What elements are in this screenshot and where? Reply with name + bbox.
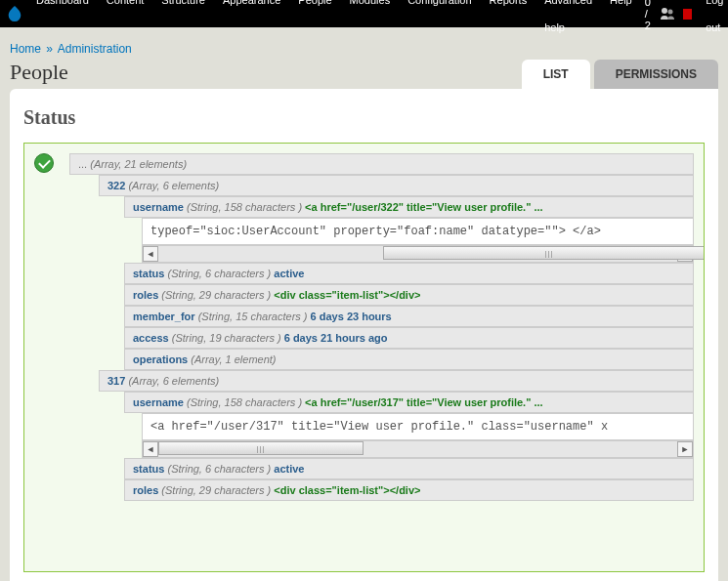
page-header: People LIST PERMISSIONS [0,60,728,89]
section-title: Status [23,106,705,129]
krumo-item-317[interactable]: 317 (Array, 6 elements) [99,370,694,392]
krumo-317-username-scrollbar[interactable]: ◄ ||| ► [142,440,694,458]
scroll-thumb[interactable]: ||| [383,246,705,260]
logout-link[interactable]: Log out [698,0,728,41]
scroll-track[interactable]: ||| [158,441,677,457]
users-icon[interactable] [660,7,675,21]
admin-toolbar: Dashboard Content Structure Appearance P… [0,0,728,27]
toolbar-item-appearance[interactable]: Appearance [214,0,289,41]
drupal-logo-icon[interactable] [6,4,23,23]
krumo-root[interactable]: ... (Array, 21 elements) [69,153,694,175]
online-user-count: 0 / 2 [641,0,661,31]
krumo-317-username-code: <a href="/user/317" title="View user pro… [142,413,694,440]
breadcrumb-separator: » [44,42,55,56]
toolbar-item-configuration[interactable]: Configuration [399,0,480,41]
krumo-322-operations[interactable]: operations (Array, 1 element) [124,349,694,370]
krumo-317-status[interactable]: status (String, 6 characters ) active [124,458,694,479]
toolbar-right: 0 / 2 Log out [641,0,728,41]
toolbar-item-advanced-help[interactable]: Advanced help [535,0,601,41]
primary-tabs: LIST PERMISSIONS [518,60,718,89]
krumo-322-member-for[interactable]: member_for (String, 15 characters ) 6 da… [124,306,694,327]
krumo-322-access[interactable]: access (String, 19 characters ) 6 days 2… [124,327,694,349]
toolbar-item-structure[interactable]: Structure [152,0,214,41]
status-message-box: ... (Array, 21 elements) 322 (Array, 6 e… [23,143,705,572]
krumo-322-username-code: typeof="sioc:UserAccount" property="foaf… [142,218,694,245]
toolbar-item-modules[interactable]: Modules [341,0,400,41]
toolbar-item-reports[interactable]: Reports [481,0,536,41]
content-region: Status ... (Array, 21 elements) 322 (Arr… [10,89,718,581]
krumo-317-username[interactable]: username (String, 158 characters ) <a hr… [124,392,694,413]
toolbar-item-people[interactable]: People [289,0,340,41]
krumo-item-322[interactable]: 322 (Array, 6 elements) [99,175,694,196]
krumo-322-username-scrollbar[interactable]: ◄ ||| ► [142,245,694,263]
krumo-317-roles[interactable]: roles (String, 29 characters ) <div clas… [124,479,694,501]
toolbar-item-content[interactable]: Content [98,0,153,41]
svg-point-1 [668,10,673,15]
success-check-icon [34,153,54,173]
krumo-dump: ... (Array, 21 elements) 322 (Array, 6 e… [69,153,694,501]
flag-icon[interactable] [683,9,692,20]
krumo-322-username[interactable]: username (String, 158 characters ) <a hr… [124,196,694,218]
scroll-track[interactable]: ||| [158,246,677,262]
krumo-322-roles[interactable]: roles (String, 29 characters ) <div clas… [124,284,694,306]
breadcrumb-admin[interactable]: Administration [58,42,132,56]
tab-list[interactable]: LIST [522,60,590,89]
scroll-thumb[interactable]: ||| [158,441,364,455]
page-title: People [10,60,518,89]
scroll-left-arrow-icon[interactable]: ◄ [143,441,158,457]
breadcrumb-home[interactable]: Home [10,42,41,56]
scroll-left-arrow-icon[interactable]: ◄ [143,246,158,262]
svg-point-0 [662,8,667,14]
toolbar-item-help[interactable]: Help [601,0,641,41]
toolbar-menu: Dashboard Content Structure Appearance P… [27,0,641,41]
krumo-322-status[interactable]: status (String, 6 characters ) active [124,263,694,284]
tab-permissions[interactable]: PERMISSIONS [594,60,718,89]
toolbar-item-dashboard[interactable]: Dashboard [27,0,98,41]
scroll-right-arrow-icon[interactable]: ► [677,441,693,457]
